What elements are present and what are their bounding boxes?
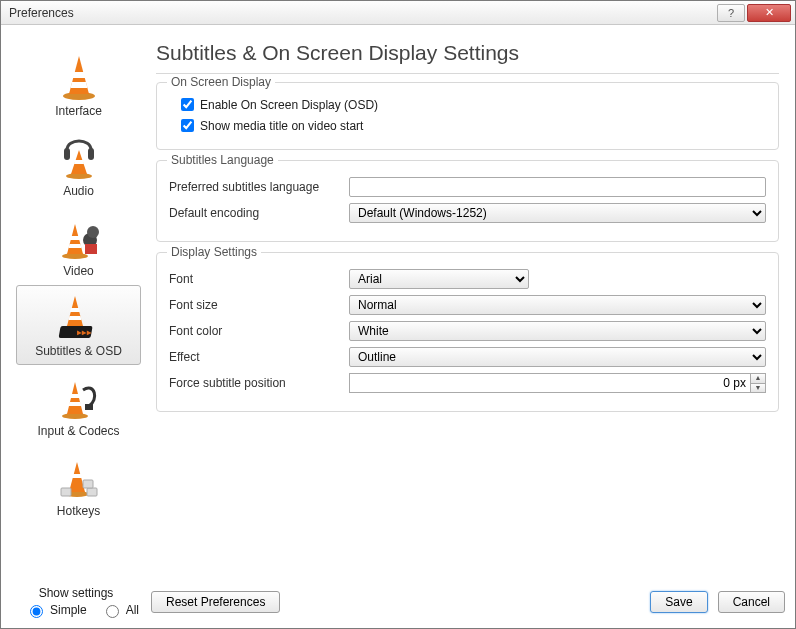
force-position-label: Force subtitle position bbox=[169, 376, 349, 390]
help-button[interactable]: ? bbox=[717, 4, 745, 22]
font-select[interactable]: Arial bbox=[349, 269, 529, 289]
show-title-label: Show media title on video start bbox=[200, 119, 363, 133]
content-area: Interface Audio bbox=[1, 25, 795, 580]
sidebar-item-label: Hotkeys bbox=[17, 504, 140, 518]
footer: Show settings Simple All Reset Preferenc… bbox=[1, 580, 795, 628]
force-position-input[interactable] bbox=[349, 373, 750, 393]
sidebar-item-label: Interface bbox=[17, 104, 140, 118]
simple-radio-label: Simple bbox=[50, 603, 87, 617]
save-button[interactable]: Save bbox=[650, 591, 707, 613]
show-settings-label: Show settings bbox=[11, 586, 141, 600]
simple-radio[interactable] bbox=[30, 605, 43, 618]
svg-point-6 bbox=[87, 226, 99, 238]
close-button[interactable]: ✕ bbox=[747, 4, 791, 22]
sidebar-item-hotkeys[interactable]: Hotkeys bbox=[16, 445, 141, 525]
window-title: Preferences bbox=[9, 6, 715, 20]
spinner-down[interactable]: ▼ bbox=[751, 384, 765, 393]
spinner-buttons: ▲ ▼ bbox=[750, 373, 766, 393]
cancel-button[interactable]: Cancel bbox=[718, 591, 785, 613]
all-radio[interactable] bbox=[106, 605, 119, 618]
settings-panel: Subtitles & On Screen Display Settings O… bbox=[156, 35, 785, 576]
help-icon: ? bbox=[728, 7, 734, 19]
svg-rect-14 bbox=[61, 488, 71, 496]
svg-text:▶▶▶: ▶▶▶ bbox=[77, 328, 92, 337]
enable-osd-checkbox[interactable] bbox=[181, 98, 194, 111]
effect-select[interactable]: Outline bbox=[349, 347, 766, 367]
keys-cone-icon bbox=[17, 450, 140, 502]
category-sidebar: Interface Audio bbox=[11, 35, 146, 576]
reset-preferences-button[interactable]: Reset Preferences bbox=[151, 591, 280, 613]
font-label: Font bbox=[169, 272, 349, 286]
svg-rect-2 bbox=[88, 148, 94, 160]
group-subtitles-language: Subtitles Language Preferred subtitles l… bbox=[156, 160, 779, 242]
headphones-cone-icon bbox=[17, 130, 140, 182]
svg-rect-7 bbox=[85, 244, 97, 254]
sidebar-item-label: Video bbox=[17, 264, 140, 278]
spinner-up[interactable]: ▲ bbox=[751, 374, 765, 384]
font-size-label: Font size bbox=[169, 298, 349, 312]
svg-rect-16 bbox=[83, 480, 93, 488]
group-title: Display Settings bbox=[167, 245, 261, 259]
sidebar-item-label: Input & Codecs bbox=[17, 424, 140, 438]
page-title: Subtitles & On Screen Display Settings bbox=[156, 35, 779, 74]
font-size-select[interactable]: Normal bbox=[349, 295, 766, 315]
font-color-label: Font color bbox=[169, 324, 349, 338]
sidebar-item-label: Subtitles & OSD bbox=[17, 344, 140, 358]
film-cone-icon bbox=[17, 210, 140, 262]
default-encoding-select[interactable]: Default (Windows-1252) bbox=[349, 203, 766, 223]
svg-rect-12 bbox=[85, 404, 93, 410]
sidebar-item-input-codecs[interactable]: Input & Codecs bbox=[16, 365, 141, 445]
sidebar-item-label: Audio bbox=[17, 184, 140, 198]
font-color-select[interactable]: White bbox=[349, 321, 766, 341]
enable-osd-label: Enable On Screen Display (OSD) bbox=[200, 98, 378, 112]
subtitle-cone-icon: ▶▶▶ bbox=[17, 290, 140, 342]
close-icon: ✕ bbox=[765, 6, 774, 19]
effect-label: Effect bbox=[169, 350, 349, 364]
svg-rect-1 bbox=[64, 148, 70, 160]
group-title: Subtitles Language bbox=[167, 153, 278, 167]
default-encoding-label: Default encoding bbox=[169, 206, 349, 220]
cable-cone-icon bbox=[17, 370, 140, 422]
force-position-spinner[interactable]: ▲ ▼ bbox=[349, 373, 766, 393]
show-settings-simple[interactable]: Simple bbox=[25, 602, 87, 618]
sidebar-item-audio[interactable]: Audio bbox=[16, 125, 141, 205]
all-radio-label: All bbox=[126, 603, 139, 617]
group-osd: On Screen Display Enable On Screen Displ… bbox=[156, 82, 779, 150]
preferred-language-label: Preferred subtitles language bbox=[169, 180, 349, 194]
show-settings-group: Show settings Simple All bbox=[11, 586, 141, 618]
preferences-window: Preferences ? ✕ Interface bbox=[0, 0, 796, 629]
sidebar-item-interface[interactable]: Interface bbox=[16, 45, 141, 125]
svg-rect-15 bbox=[87, 488, 97, 496]
sidebar-item-video[interactable]: Video bbox=[16, 205, 141, 285]
sidebar-item-subtitles-osd[interactable]: ▶▶▶ Subtitles & OSD bbox=[16, 285, 141, 365]
show-title-checkbox[interactable] bbox=[181, 119, 194, 132]
titlebar: Preferences ? ✕ bbox=[1, 1, 795, 25]
group-title: On Screen Display bbox=[167, 75, 275, 89]
show-settings-all[interactable]: All bbox=[101, 602, 139, 618]
preferred-language-input[interactable] bbox=[349, 177, 766, 197]
group-display-settings: Display Settings Font Arial Font size No… bbox=[156, 252, 779, 412]
cone-icon bbox=[17, 50, 140, 102]
